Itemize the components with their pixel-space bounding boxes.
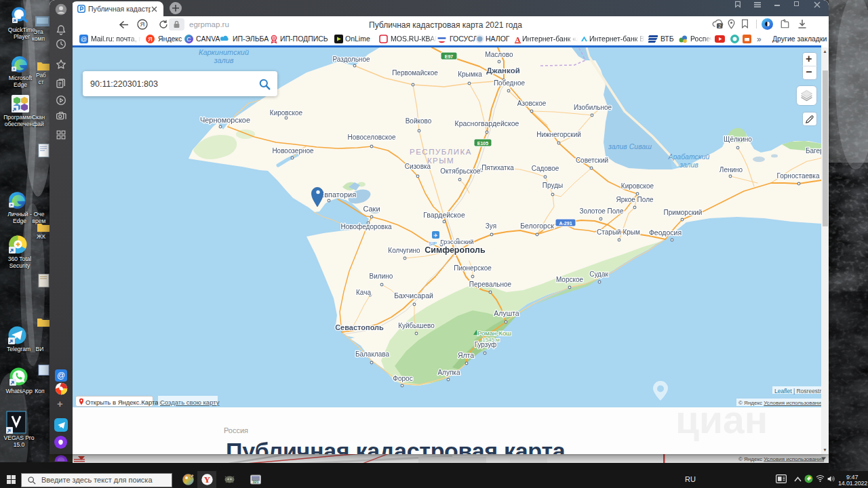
svg-text:1545 м: 1545 м [482,337,500,343]
svg-text:Я: Я [148,36,153,43]
svg-text:Алупка: Алупка [437,369,460,376]
svg-text:Багеро: Багеро [806,147,821,155]
svg-text:Войково: Войково [406,117,432,125]
svg-text:Новоселовское: Новоселовское [347,134,396,141]
svg-text:А-291: А-291 [559,221,572,226]
svg-text:Октябрьское: Октябрьское [440,167,481,175]
svg-text:C: C [186,36,191,43]
svg-text:залив: залив [213,56,233,64]
svg-text:Белогорск: Белогорск [520,222,554,230]
svg-text:залив: залив [679,161,698,169]
svg-text:Алушта: Алушта [494,309,519,317]
svg-text:Советский: Советский [576,157,608,164]
svg-text:Морское: Морское [556,276,584,283]
svg-text:Колчугино: Колчугино [388,247,420,254]
svg-text:Джанкой: Джанкой [486,66,520,75]
svg-text:E105: E105 [477,141,488,146]
svg-text:Победное: Победное [494,79,526,87]
svg-text:E97: E97 [445,54,454,59]
svg-text:Пруды: Пруды [542,182,563,189]
svg-text:Перевальное: Перевальное [469,281,512,288]
svg-text:Севастополь: Севастополь [335,323,384,331]
svg-text:Вилино: Вилино [370,272,393,280]
svg-text:Форос: Форос [393,375,412,382]
svg-text:SIP: SIP [429,241,437,247]
svg-text:Куйбышево: Куйбышево [398,322,435,329]
svg-text:Золотое Поле: Золотое Поле [580,207,624,215]
svg-text:✈: ✈ [433,232,438,239]
svg-text:Старый Крым: Старый Крым [597,228,640,236]
svg-text:Кача: Кача [356,289,371,296]
svg-text:Пятихатка: Пятихатка [481,164,514,171]
svg-text:Яркое Поле: Яркое Поле [616,196,654,203]
svg-text:РЕСПУБЛИКА: РЕСПУБЛИКА [410,148,472,156]
svg-text:Пионерское: Пионерское [454,264,492,272]
svg-text:Феодосия: Феодосия [649,228,682,237]
svg-text:© Яндекс Условия использования: © Яндекс Условия использования [738,456,824,462]
svg-text:Я: Я [140,20,145,28]
svg-text:Красногвардейское: Красногвардейское [455,119,519,127]
svg-text:Новофедоровка: Новофедоровка [340,223,392,230]
svg-text:Судак: Судак [589,270,608,278]
svg-text:Садовое: Садовое [532,165,559,172]
svg-text:@: @ [81,36,87,43]
svg-text:Черноморское: Черноморское [200,116,250,124]
svg-text:Гвардейское: Гвардейское [423,211,465,219]
svg-text:Роман-Кош: Роман-Кош [477,329,511,337]
svg-text:циан: циан [675,398,768,441]
svg-text:Крымка: Крымка [458,70,482,78]
svg-text:Сизовка: Сизовка [405,163,431,170]
svg-text:Щёлкино: Щёлкино [724,136,752,143]
svg-text:Бахчисарай: Бахчисарай [394,291,433,300]
svg-text:Балаклава: Балаклава [355,350,390,358]
svg-text:Грэсовский: Грэсовский [440,238,473,245]
svg-text:А: А [515,35,521,43]
svg-text:Приморский: Приморский [664,209,703,216]
svg-text:Арабатский: Арабатский [668,152,710,161]
svg-text:Симферополь: Симферополь [425,245,486,255]
svg-text:Новоозерное: Новоозерное [272,147,314,155]
svg-text:Кировское: Кировское [621,182,654,190]
svg-text:Кировское: Кировское [270,109,303,117]
svg-text:Горностаевка: Горностаевка [776,172,819,180]
svg-text:Ялта: Ялта [458,351,474,359]
svg-text:Нижнегорский: Нижнегорский [536,131,581,138]
svg-text:Саки: Саки [363,205,380,213]
svg-text:Азовское: Азовское [517,100,547,107]
svg-text:321: 321 [252,480,258,484]
svg-text:Изобильное: Изобильное [574,104,612,111]
svg-text:Каркинитский: Каркинитский [199,48,249,56]
svg-text:Маслово: Маслово [485,51,513,58]
svg-text:Евпатория: Евпатория [319,190,356,199]
svg-text:залив Сиваш: залив Сиваш [608,142,652,150]
svg-text:Зуя: Зуя [486,222,496,230]
svg-text:КРЫМ: КРЫМ [427,157,454,165]
svg-text:2: 2 [718,24,721,28]
svg-text:Раздольное: Раздольное [332,56,370,63]
svg-text:Y: Y [204,474,211,485]
svg-text:Ленино: Ленино [719,166,743,174]
svg-text:Первомайское: Первомайское [392,69,438,77]
